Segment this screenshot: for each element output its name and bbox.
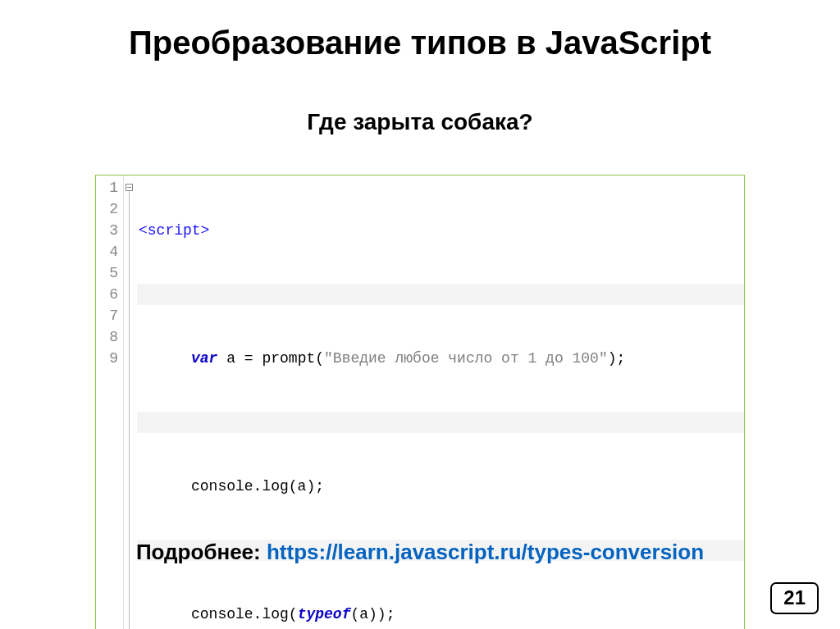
code-token: ) bbox=[608, 350, 617, 367]
line-number: 9 bbox=[96, 348, 118, 369]
code-token: console.log( bbox=[191, 606, 298, 622]
code-token-string: "Введие любое число от 1 до 100" bbox=[324, 350, 608, 367]
code-token: ( bbox=[315, 350, 324, 367]
code-token-keyword: var bbox=[191, 350, 217, 367]
line-number: 2 bbox=[96, 198, 118, 220]
code-token: console.log(a); bbox=[191, 478, 324, 495]
line-number: 3 bbox=[96, 220, 118, 241]
slide-subtitle: Где зарыта собака? bbox=[0, 109, 840, 135]
line-number: 8 bbox=[96, 326, 118, 348]
slide-title: Преобразование типов в JavaScript bbox=[0, 25, 840, 62]
code-token: prompt bbox=[253, 350, 316, 367]
footer-url[interactable]: https://learn.javascript.ru/types-conver… bbox=[267, 540, 704, 564]
code-token-keyword: typeof bbox=[298, 606, 351, 622]
page-number-badge: 21 bbox=[770, 582, 819, 614]
code-token: = bbox=[244, 350, 253, 367]
line-number: 1 bbox=[96, 177, 118, 198]
line-number: 7 bbox=[96, 305, 118, 326]
footer-label: Подробнее: bbox=[136, 540, 267, 564]
code-token: a bbox=[217, 350, 244, 367]
code-token-tag: <script> bbox=[139, 222, 209, 239]
line-number: 6 bbox=[96, 284, 118, 305]
fold-collapse-icon[interactable] bbox=[126, 184, 133, 191]
line-number: 4 bbox=[96, 241, 118, 262]
line-number: 5 bbox=[96, 262, 118, 284]
footer-reference: Подробнее: https://learn.javascript.ru/t… bbox=[0, 540, 840, 565]
code-token: ; bbox=[617, 350, 626, 367]
code-token: (a)); bbox=[350, 606, 395, 622]
